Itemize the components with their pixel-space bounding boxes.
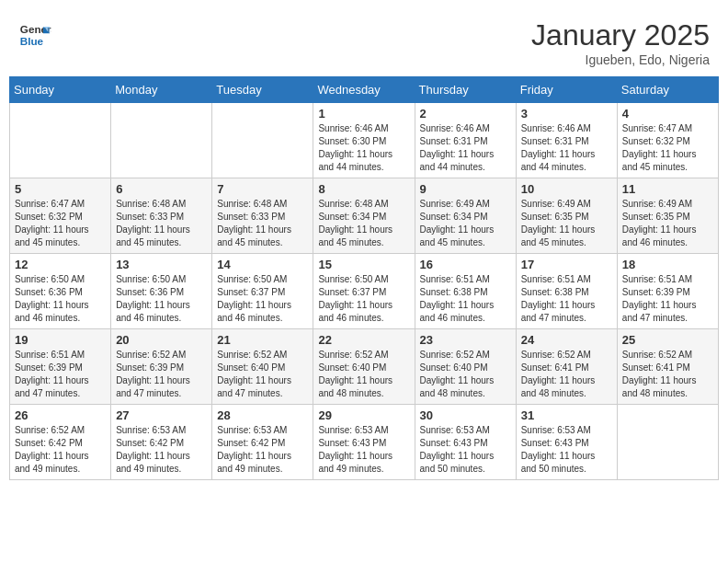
- day-info: Sunrise: 6:46 AM Sunset: 6:31 PM Dayligh…: [521, 122, 612, 174]
- day-info: Sunrise: 6:52 AM Sunset: 6:41 PM Dayligh…: [521, 349, 612, 400]
- day-info: Sunrise: 6:51 AM Sunset: 6:38 PM Dayligh…: [521, 273, 612, 325]
- calendar-day-cell: 4Sunrise: 6:47 AM Sunset: 6:32 PM Daylig…: [617, 103, 718, 178]
- calendar-day-cell: 1Sunrise: 6:46 AM Sunset: 6:30 PM Daylig…: [313, 103, 415, 178]
- day-info: Sunrise: 6:50 AM Sunset: 6:36 PM Dayligh…: [15, 273, 106, 325]
- day-number: 23: [420, 333, 511, 347]
- day-info: Sunrise: 6:52 AM Sunset: 6:40 PM Dayligh…: [420, 349, 511, 400]
- day-number: 15: [318, 258, 409, 271]
- calendar-day-cell: 24Sunrise: 6:52 AM Sunset: 6:41 PM Dayli…: [516, 329, 617, 405]
- day-number: 19: [15, 333, 106, 347]
- calendar-table: SundayMondayTuesdayWednesdayThursdayFrid…: [9, 76, 719, 480]
- day-number: 29: [318, 408, 409, 422]
- day-info: Sunrise: 6:49 AM Sunset: 6:35 PM Dayligh…: [622, 198, 713, 249]
- calendar-day-cell: 13Sunrise: 6:50 AM Sunset: 6:36 PM Dayli…: [111, 254, 212, 329]
- day-number: 12: [15, 258, 106, 271]
- day-info: Sunrise: 6:49 AM Sunset: 6:34 PM Dayligh…: [420, 198, 511, 249]
- calendar-day-cell: 26Sunrise: 6:52 AM Sunset: 6:42 PM Dayli…: [10, 405, 111, 480]
- day-info: Sunrise: 6:52 AM Sunset: 6:41 PM Dayligh…: [622, 349, 713, 400]
- calendar-day-cell: 11Sunrise: 6:49 AM Sunset: 6:35 PM Dayli…: [617, 178, 718, 254]
- calendar-day-cell: 29Sunrise: 6:53 AM Sunset: 6:43 PM Dayli…: [313, 405, 415, 480]
- day-info: Sunrise: 6:52 AM Sunset: 6:39 PM Dayligh…: [116, 349, 207, 400]
- calendar-day-cell: 18Sunrise: 6:51 AM Sunset: 6:39 PM Dayli…: [617, 254, 718, 329]
- calendar-day-cell: 16Sunrise: 6:51 AM Sunset: 6:38 PM Dayli…: [415, 254, 516, 329]
- day-info: Sunrise: 6:52 AM Sunset: 6:42 PM Dayligh…: [15, 424, 106, 476]
- calendar-day-cell: 19Sunrise: 6:51 AM Sunset: 6:39 PM Dayli…: [10, 329, 111, 405]
- day-number: 31: [521, 408, 612, 422]
- calendar-day-cell: 3Sunrise: 6:46 AM Sunset: 6:31 PM Daylig…: [516, 103, 617, 178]
- day-of-week-header: Thursday: [415, 77, 516, 103]
- day-number: 18: [622, 258, 713, 271]
- day-number: 17: [521, 258, 612, 271]
- day-number: 13: [116, 258, 207, 271]
- location-title: Igueben, Edo, Nigeria: [531, 52, 710, 67]
- calendar-day-cell: 30Sunrise: 6:53 AM Sunset: 6:43 PM Dayli…: [415, 405, 516, 480]
- day-number: 26: [15, 408, 106, 422]
- calendar-day-cell: [617, 405, 718, 480]
- day-info: Sunrise: 6:49 AM Sunset: 6:35 PM Dayligh…: [521, 198, 612, 249]
- calendar-header-row: SundayMondayTuesdayWednesdayThursdayFrid…: [10, 77, 719, 103]
- calendar-day-cell: 12Sunrise: 6:50 AM Sunset: 6:36 PM Dayli…: [10, 254, 111, 329]
- day-of-week-header: Wednesday: [313, 77, 415, 103]
- day-of-week-header: Saturday: [617, 77, 718, 103]
- day-number: 28: [217, 408, 308, 422]
- day-info: Sunrise: 6:46 AM Sunset: 6:31 PM Dayligh…: [420, 122, 511, 174]
- day-number: 7: [217, 182, 308, 196]
- month-title: January 2025: [531, 18, 710, 52]
- calendar-day-cell: 31Sunrise: 6:53 AM Sunset: 6:43 PM Dayli…: [516, 405, 617, 480]
- day-info: Sunrise: 6:50 AM Sunset: 6:37 PM Dayligh…: [318, 273, 409, 325]
- day-of-week-header: Tuesday: [212, 77, 313, 103]
- calendar-day-cell: 6Sunrise: 6:48 AM Sunset: 6:33 PM Daylig…: [111, 178, 212, 254]
- calendar-week-row: 12Sunrise: 6:50 AM Sunset: 6:36 PM Dayli…: [10, 254, 719, 329]
- logo: General Blue: [18, 18, 51, 52]
- day-number: 30: [420, 408, 511, 422]
- day-info: Sunrise: 6:53 AM Sunset: 6:43 PM Dayligh…: [521, 424, 612, 476]
- day-number: 5: [15, 182, 106, 196]
- calendar-day-cell: 7Sunrise: 6:48 AM Sunset: 6:33 PM Daylig…: [212, 178, 313, 254]
- day-info: Sunrise: 6:52 AM Sunset: 6:40 PM Dayligh…: [318, 349, 409, 400]
- day-number: 16: [420, 258, 511, 271]
- calendar-week-row: 19Sunrise: 6:51 AM Sunset: 6:39 PM Dayli…: [10, 329, 719, 405]
- day-info: Sunrise: 6:50 AM Sunset: 6:37 PM Dayligh…: [217, 273, 308, 325]
- day-of-week-header: Sunday: [10, 77, 111, 103]
- day-info: Sunrise: 6:50 AM Sunset: 6:36 PM Dayligh…: [116, 273, 207, 325]
- day-number: 9: [420, 182, 511, 196]
- day-info: Sunrise: 6:51 AM Sunset: 6:39 PM Dayligh…: [622, 273, 713, 325]
- calendar-day-cell: 14Sunrise: 6:50 AM Sunset: 6:37 PM Dayli…: [212, 254, 313, 329]
- calendar-week-row: 26Sunrise: 6:52 AM Sunset: 6:42 PM Dayli…: [10, 405, 719, 480]
- calendar-day-cell: 28Sunrise: 6:53 AM Sunset: 6:42 PM Dayli…: [212, 405, 313, 480]
- calendar-day-cell: [10, 103, 111, 178]
- day-info: Sunrise: 6:47 AM Sunset: 6:32 PM Dayligh…: [622, 122, 713, 174]
- page-header: General Blue January 2025 Igueben, Edo, …: [9, 9, 719, 72]
- calendar-day-cell: 23Sunrise: 6:52 AM Sunset: 6:40 PM Dayli…: [415, 329, 516, 405]
- day-number: 2: [420, 107, 511, 121]
- day-number: 25: [622, 333, 713, 347]
- day-info: Sunrise: 6:51 AM Sunset: 6:38 PM Dayligh…: [420, 273, 511, 325]
- calendar-week-row: 5Sunrise: 6:47 AM Sunset: 6:32 PM Daylig…: [10, 178, 719, 254]
- calendar-day-cell: 25Sunrise: 6:52 AM Sunset: 6:41 PM Dayli…: [617, 329, 718, 405]
- day-info: Sunrise: 6:52 AM Sunset: 6:40 PM Dayligh…: [217, 349, 308, 400]
- calendar-day-cell: 21Sunrise: 6:52 AM Sunset: 6:40 PM Dayli…: [212, 329, 313, 405]
- calendar-day-cell: 27Sunrise: 6:53 AM Sunset: 6:42 PM Dayli…: [111, 405, 212, 480]
- calendar-day-cell: 20Sunrise: 6:52 AM Sunset: 6:39 PM Dayli…: [111, 329, 212, 405]
- calendar-day-cell: 9Sunrise: 6:49 AM Sunset: 6:34 PM Daylig…: [415, 178, 516, 254]
- day-info: Sunrise: 6:48 AM Sunset: 6:33 PM Dayligh…: [217, 198, 308, 249]
- day-info: Sunrise: 6:48 AM Sunset: 6:33 PM Dayligh…: [116, 198, 207, 249]
- day-number: 4: [622, 107, 713, 121]
- calendar-day-cell: 10Sunrise: 6:49 AM Sunset: 6:35 PM Dayli…: [516, 178, 617, 254]
- svg-text:Blue: Blue: [20, 35, 44, 47]
- calendar-day-cell: 2Sunrise: 6:46 AM Sunset: 6:31 PM Daylig…: [415, 103, 516, 178]
- logo-icon: General Blue: [18, 18, 51, 52]
- day-number: 10: [521, 182, 612, 196]
- day-info: Sunrise: 6:53 AM Sunset: 6:42 PM Dayligh…: [217, 424, 308, 476]
- calendar-day-cell: 17Sunrise: 6:51 AM Sunset: 6:38 PM Dayli…: [516, 254, 617, 329]
- day-info: Sunrise: 6:53 AM Sunset: 6:43 PM Dayligh…: [318, 424, 409, 476]
- day-number: 22: [318, 333, 409, 347]
- day-number: 20: [116, 333, 207, 347]
- day-number: 24: [521, 333, 612, 347]
- day-of-week-header: Friday: [516, 77, 617, 103]
- day-number: 8: [318, 182, 409, 196]
- calendar-day-cell: 15Sunrise: 6:50 AM Sunset: 6:37 PM Dayli…: [313, 254, 415, 329]
- day-number: 3: [521, 107, 612, 121]
- day-number: 1: [318, 107, 409, 121]
- calendar-day-cell: [212, 103, 313, 178]
